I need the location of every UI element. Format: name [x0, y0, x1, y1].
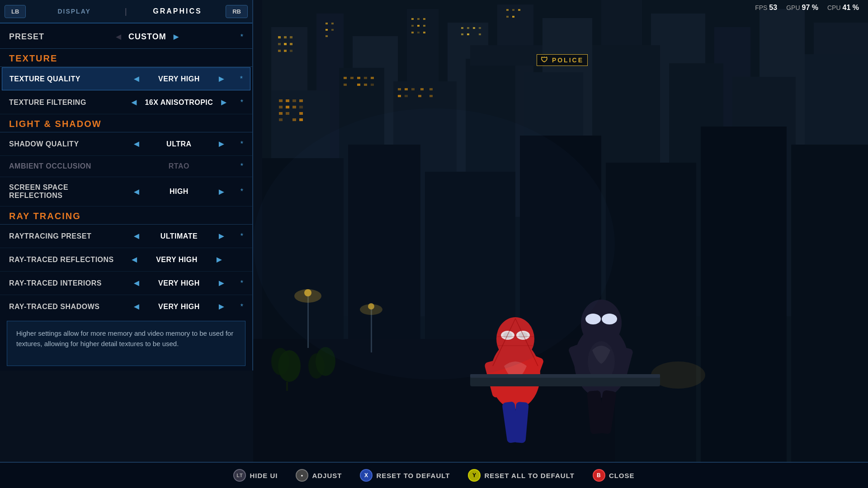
- setting-row-ray-traced-shadows[interactable]: RAY-TRACED SHADOWS◄VERY HIGH►*: [0, 295, 252, 316]
- setting-row-ray-traced-interiors[interactable]: RAY-TRACED INTERIORS◄VERY HIGH►*: [0, 272, 252, 295]
- preset-row[interactable]: PRESET ◄ CUSTOM ► *: [0, 23, 252, 49]
- cpu-value: 41 %: [843, 4, 859, 12]
- setting-row-ray-traced-reflections[interactable]: RAY-TRACED REFLECTIONS◄VERY HIGH►: [0, 248, 252, 272]
- bottom-bar: LTHIDE UI●ADJUSTXRESET TO DEFAULTYRESET …: [0, 462, 868, 488]
- setting-arrow-right[interactable]: ►: [217, 139, 226, 149]
- setting-value-area: ◄VERY HIGH►: [118, 278, 241, 288]
- tab-lb-button[interactable]: LB: [5, 5, 26, 18]
- svg-rect-91: [350, 77, 354, 79]
- setting-star-badge: *: [241, 232, 243, 240]
- preset-star: *: [241, 33, 243, 41]
- setting-value-text: VERY HIGH: [147, 279, 211, 287]
- setting-arrow-left[interactable]: ◄: [130, 254, 139, 265]
- setting-value-text: ULTRA: [147, 140, 211, 148]
- setting-star-badge: *: [241, 140, 243, 148]
- setting-value-area: ◄VERY HIGH►: [118, 301, 241, 312]
- setting-row-ambient-occlusion[interactable]: AMBIENT OCCLUSIONRTAO*: [0, 156, 252, 177]
- setting-row-shadow-quality[interactable]: SHADOW QUALITY◄ULTRA►*: [0, 132, 252, 156]
- setting-arrow-right[interactable]: ►: [217, 278, 226, 288]
- svg-rect-100: [405, 88, 408, 90]
- svg-rect-93: [364, 77, 367, 79]
- fps-stat: FPS 53: [755, 4, 777, 12]
- svg-rect-55: [473, 27, 475, 29]
- settings-list: TEXTURETEXTURE QUALITY◄VERY HIGH►*TEXTUR…: [0, 49, 252, 316]
- setting-arrow-right[interactable]: ►: [215, 254, 224, 265]
- svg-rect-77: [292, 118, 296, 121]
- tab-display-label[interactable]: DISPLAY: [26, 8, 123, 15]
- section-header-texture: TEXTURE: [0, 49, 252, 67]
- setting-name-label: TEXTURE QUALITY: [9, 75, 118, 83]
- preset-arrow-right[interactable]: ►: [172, 32, 181, 42]
- btn-label-reset-to-default: RESET TO DEFAULT: [376, 472, 450, 479]
- svg-rect-71: [292, 106, 296, 108]
- setting-arrow-left[interactable]: ◄: [132, 74, 141, 84]
- setting-name-label: AMBIENT OCCLUSION: [9, 162, 118, 170]
- setting-arrow-left[interactable]: ◄: [132, 139, 141, 149]
- setting-name-label: RAY-TRACED SHADOWS: [9, 303, 118, 311]
- setting-arrow-right[interactable]: ►: [217, 187, 226, 197]
- setting-name-label: RAY-TRACED REFLECTIONS: [9, 256, 118, 264]
- svg-point-139: [253, 108, 615, 380]
- svg-rect-106: [418, 95, 421, 97]
- setting-row-raytracing-preset[interactable]: RAYTRACING PRESET◄ULTIMATE►*: [0, 225, 252, 248]
- svg-rect-97: [364, 84, 367, 86]
- svg-rect-103: [429, 88, 433, 90]
- setting-row-texture-filtering[interactable]: TEXTURE FILTERING◄16X ANISOTROPIC►*: [0, 91, 252, 114]
- preset-arrow-left[interactable]: ◄: [114, 32, 123, 42]
- setting-name-label: RAY-TRACED INTERIORS: [9, 279, 118, 287]
- setting-value-area: ◄16X ANISOTROPIC►: [118, 97, 241, 108]
- svg-rect-37: [284, 50, 287, 52]
- svg-rect-28: [701, 127, 787, 488]
- svg-rect-67: [292, 99, 296, 102]
- setting-arrow-left[interactable]: ◄: [132, 301, 141, 312]
- setting-star-badge: *: [241, 162, 243, 170]
- description-box: Higher settings allow for more memory an…: [7, 321, 245, 366]
- setting-arrow-left[interactable]: ◄: [132, 231, 141, 241]
- bottom-btn-close[interactable]: BCLOSE: [593, 469, 635, 482]
- svg-rect-64: [512, 16, 514, 18]
- bottom-btn-reset-all-to-default[interactable]: YRESET ALL TO DEFAULT: [468, 469, 574, 482]
- setting-arrow-left[interactable]: ◄: [130, 97, 139, 108]
- svg-rect-76: [279, 118, 283, 121]
- setting-arrow-right[interactable]: ►: [217, 231, 226, 241]
- setting-value-text: VERY HIGH: [147, 75, 211, 83]
- setting-star-badge: *: [241, 99, 243, 107]
- svg-rect-74: [286, 112, 289, 115]
- svg-point-110: [278, 350, 301, 382]
- bottom-btn-hide-ui[interactable]: LTHIDE UI: [233, 469, 278, 482]
- svg-point-135: [602, 314, 617, 324]
- btn-label-close: CLOSE: [609, 472, 635, 479]
- svg-rect-63: [506, 16, 509, 18]
- tab-graphics-label[interactable]: GRAPHICS: [129, 7, 226, 15]
- bottom-btn-adjust[interactable]: ●ADJUST: [296, 469, 342, 482]
- svg-rect-42: [331, 29, 334, 31]
- btn-label-adjust: ADJUST: [312, 472, 342, 479]
- setting-value-area: ◄ULTIMATE►: [118, 231, 241, 241]
- setting-arrow-left[interactable]: ◄: [132, 278, 141, 288]
- description-text: Higher settings allow for more memory an…: [16, 329, 233, 347]
- setting-value-text: HIGH: [147, 188, 211, 196]
- bottom-btn-reset-to-default[interactable]: XRESET TO DEFAULT: [360, 469, 450, 482]
- svg-rect-96: [357, 84, 360, 86]
- setting-arrow-right[interactable]: ►: [217, 301, 226, 312]
- fps-value: 53: [769, 4, 777, 12]
- setting-arrow-right[interactable]: ►: [219, 97, 228, 108]
- svg-rect-53: [461, 27, 463, 29]
- svg-rect-78: [299, 118, 303, 121]
- svg-rect-50: [411, 32, 414, 33]
- tab-bar: LB DISPLAY | GRAPHICS RB: [0, 0, 252, 23]
- setting-value-text: ULTIMATE: [147, 232, 211, 240]
- setting-value-text: RTAO: [147, 162, 211, 170]
- svg-rect-61: [512, 9, 514, 11]
- setting-row-screen-space-reflections[interactable]: SCREEN SPACE REFLECTIONS◄HIGH►*: [0, 177, 252, 206]
- setting-star-badge: *: [241, 279, 243, 287]
- svg-rect-95: [344, 84, 347, 86]
- setting-row-texture-quality[interactable]: TEXTURE QUALITY◄VERY HIGH►*: [2, 67, 250, 90]
- setting-arrow-left[interactable]: ◄: [132, 187, 141, 197]
- tab-rb-button[interactable]: RB: [226, 5, 248, 18]
- fps-label: FPS: [755, 4, 767, 11]
- setting-name-label: TEXTURE FILTERING: [9, 99, 118, 107]
- setting-arrow-right[interactable]: ►: [217, 74, 226, 84]
- svg-rect-101: [411, 88, 415, 90]
- setting-value-text: VERY HIGH: [147, 303, 211, 311]
